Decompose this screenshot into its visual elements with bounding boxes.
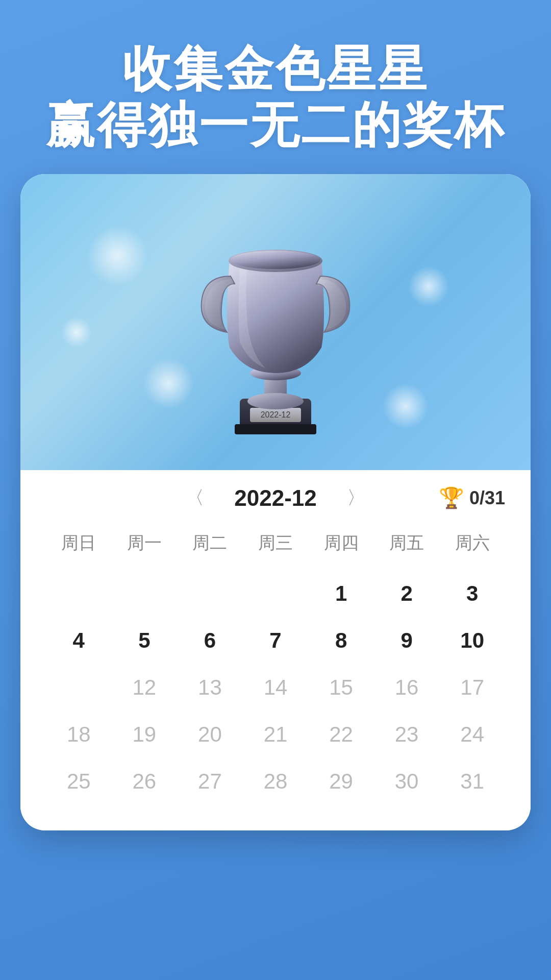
glow-1: [87, 225, 148, 286]
cal-cell-30[interactable]: 30: [374, 758, 440, 805]
cal-cell-2[interactable]: 2: [374, 570, 440, 617]
cal-cell-empty-4[interactable]: [243, 570, 309, 617]
cal-cell-26[interactable]: 26: [112, 758, 178, 805]
glow-4: [383, 383, 429, 429]
weekday-wed: 周三: [243, 526, 309, 560]
cal-cell-23[interactable]: 23: [374, 711, 440, 758]
calendar-header: 〈 2022-12 〉 🏆 0/31: [46, 485, 505, 511]
cal-cell-24[interactable]: 24: [439, 711, 505, 758]
cal-cell-5[interactable]: 5: [112, 617, 178, 664]
trophy-image: 2022-12: [189, 200, 362, 445]
cal-cell-18[interactable]: 18: [46, 711, 112, 758]
cal-cell-20[interactable]: 20: [177, 711, 243, 758]
cal-cell-6[interactable]: 6: [177, 617, 243, 664]
prev-month-button[interactable]: 〈: [186, 485, 204, 510]
cal-cell-9[interactable]: 9: [374, 617, 440, 664]
cal-cell-12[interactable]: 12: [112, 664, 178, 711]
main-card: 2022-12: [20, 174, 531, 830]
cal-cell-28[interactable]: 28: [243, 758, 309, 805]
svg-rect-1: [235, 424, 316, 434]
weekday-sun: 周日: [46, 526, 112, 560]
cal-cell-21[interactable]: 21: [243, 711, 309, 758]
next-month-button[interactable]: 〉: [347, 485, 365, 510]
cal-cell-empty-2[interactable]: [112, 570, 178, 617]
current-month-label: 2022-12: [219, 485, 332, 511]
cal-cell-17[interactable]: 17: [439, 664, 505, 711]
cal-cell-19[interactable]: 19: [112, 711, 178, 758]
cal-cell-4[interactable]: 4: [46, 617, 112, 664]
glow-2: [408, 266, 449, 307]
calendar-section: 〈 2022-12 〉 🏆 0/31 周日 周一 周二 周三 周四 周五 周六: [20, 470, 531, 830]
cal-cell-8[interactable]: 8: [308, 617, 374, 664]
cal-cell-22[interactable]: 22: [308, 711, 374, 758]
cal-cell-14[interactable]: 14: [243, 664, 309, 711]
cal-cell-25[interactable]: 25: [46, 758, 112, 805]
trophy-count-value: 0/31: [469, 487, 505, 509]
cal-cell-16[interactable]: 16: [374, 664, 440, 711]
cal-cell-29[interactable]: 29: [308, 758, 374, 805]
weekday-fri: 周五: [374, 526, 440, 560]
cal-cell-11-today[interactable]: 11: [46, 664, 112, 711]
weekday-sat: 周六: [439, 526, 505, 560]
svg-point-6: [247, 393, 304, 409]
cal-cell-1[interactable]: 1: [308, 570, 374, 617]
weekday-tue: 周二: [177, 526, 243, 560]
cal-cell-15[interactable]: 15: [308, 664, 374, 711]
cal-cell-10[interactable]: 10: [439, 617, 505, 664]
cal-cell-empty-1[interactable]: [46, 570, 112, 617]
svg-point-8: [231, 251, 320, 269]
cal-cell-empty-3[interactable]: [177, 570, 243, 617]
weekday-mon: 周一: [112, 526, 178, 560]
header-section: 收集金色星星 赢得独一无二的奖杯: [0, 0, 551, 174]
calendar-grid: 1 2 3 4 5 6 7 8 9 10 11 12 13 14 15 16 1…: [46, 570, 505, 805]
glow-3: [143, 358, 194, 409]
month-navigation: 〈 2022-12 〉: [186, 485, 365, 511]
header-title: 收集金色星星 赢得独一无二的奖杯: [0, 41, 551, 154]
trophy-count-display: 🏆 0/31: [439, 486, 505, 510]
trophy-section: 2022-12: [20, 174, 531, 470]
glow-5: [61, 317, 92, 348]
cal-cell-27[interactable]: 27: [177, 758, 243, 805]
svg-text:2022-12: 2022-12: [261, 410, 291, 419]
cal-cell-31[interactable]: 31: [439, 758, 505, 805]
cal-cell-3[interactable]: 3: [439, 570, 505, 617]
trophy-count-icon: 🏆: [439, 486, 464, 510]
cal-cell-13[interactable]: 13: [177, 664, 243, 711]
weekday-thu: 周四: [308, 526, 374, 560]
weekday-headers: 周日 周一 周二 周三 周四 周五 周六: [46, 526, 505, 560]
cal-cell-7[interactable]: 7: [243, 617, 309, 664]
